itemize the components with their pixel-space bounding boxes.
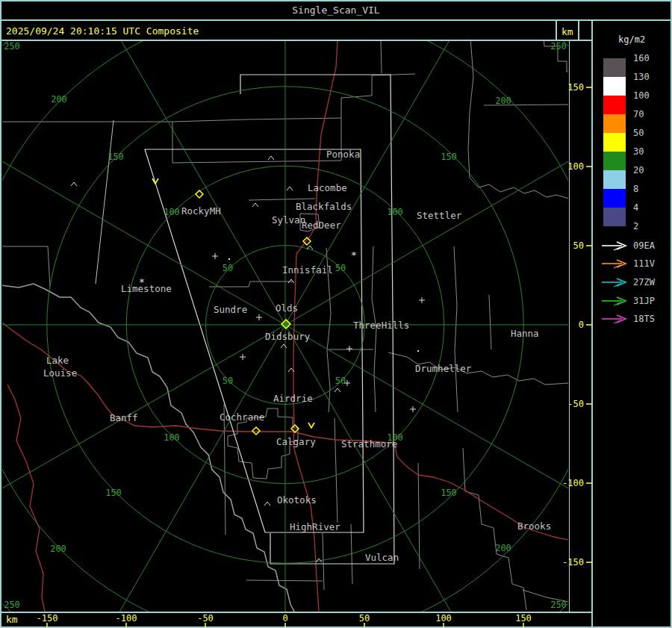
city-label-highriver: HighRiver — [290, 521, 340, 532]
star-marker-icon: * — [351, 249, 357, 261]
radar-arrow-18TS: 18TS — [602, 314, 655, 324]
city-label-airdrie: Airdrie — [273, 393, 313, 404]
bottom-axis-tick-label: 150 — [515, 613, 532, 624]
city-label-rockymh: RockyMH — [181, 205, 221, 217]
ring-distance-label: 250 — [4, 41, 20, 52]
vil-scale-value: 4 — [633, 202, 638, 213]
vil-scale-swatch — [603, 96, 626, 114]
ring-distance-label: 200 — [495, 543, 511, 553]
city-label-lacombe: Lacombe — [308, 182, 347, 193]
vil-scale-value: 100 — [633, 90, 650, 101]
ring-distance-label: 250 — [550, 600, 567, 610]
bottom-axis-tick-label: 100 — [435, 613, 452, 624]
city-label-hanna: Hanna — [511, 328, 539, 339]
ring-distance-label: 150 — [108, 152, 124, 162]
ring-distance-label: 200 — [50, 544, 66, 554]
city-label-banff: Banff — [110, 412, 138, 423]
city-label-cochrane: Cochrane — [220, 411, 264, 423]
vil-scale-value: 160 — [633, 53, 650, 63]
right-axis-tick-label: -100 — [562, 478, 584, 488]
radar-site-legend: 09EA111V27ZW31JP18TS — [602, 240, 656, 324]
right-axis-tick-label: 100 — [567, 161, 584, 172]
vil-scale-swatch — [603, 133, 626, 152]
city-label-blackfalds: Blackfalds — [296, 201, 352, 212]
radar-id-label: 111V — [633, 258, 655, 269]
vil-scale-value: 30 — [633, 146, 644, 157]
radar-arrow-27ZW: 27ZW — [602, 277, 656, 287]
city-label-strathmore: Strathmore — [341, 438, 397, 450]
right-axis-tick-label: -150 — [562, 557, 584, 568]
vil-scale-swatch — [603, 114, 626, 133]
bottom-axis-tick-label: -150 — [37, 613, 58, 624]
radar-id-label: 09EA — [633, 240, 656, 251]
dot-marker-icon — [228, 258, 230, 260]
right-axis-tick-label: 50 — [573, 240, 584, 251]
vil-scale-value: 8 — [633, 184, 638, 194]
radar-arrow-09EA: 09EA — [602, 240, 656, 251]
axis-unit-top-label: km — [561, 26, 573, 37]
bottom-axis-unit: km — [6, 614, 18, 625]
vil-scale-swatch — [603, 189, 626, 208]
city-label-ponoka: Ponoka — [326, 149, 360, 160]
dot-marker-icon — [417, 350, 419, 352]
vil-scale-value: 70 — [633, 109, 644, 119]
city-label-sylvan: Sylvan — [272, 214, 305, 226]
city-label-calgary: Calgary — [276, 436, 316, 447]
bottom-axis-tick-label: -50 — [197, 613, 214, 624]
star-marker-icon: * — [139, 276, 145, 287]
city-label-brooks: Brooks — [517, 520, 551, 532]
vil-scale-values: 16013010070503020842 — [633, 53, 650, 231]
ring-distance-label: 100 — [387, 207, 403, 217]
bottom-axis-tick-label: 50 — [359, 613, 370, 624]
right-axis-tick-label: 150 — [567, 82, 584, 93]
city-label-didsbury: Didsbury — [265, 331, 311, 342]
ring-distance-label: 50 — [223, 376, 233, 386]
city-label-threehills: ThreeHills — [353, 320, 409, 331]
ring-distance-label: 150 — [441, 488, 457, 498]
bottom-axis: -150-100-50050100150 — [37, 613, 532, 627]
city-label-louise: Louise — [43, 367, 77, 379]
city-label-lake: Lake — [46, 355, 69, 366]
right-axis-tick-label: 0 — [579, 320, 584, 330]
vil-scale-swatch — [603, 58, 626, 77]
radar-arrow-111V: 111V — [602, 258, 655, 269]
city-label-vulcan: Vulcan — [365, 552, 399, 563]
vil-scale-value: 130 — [633, 72, 650, 82]
bottom-axis-tick-label: 0 — [282, 613, 287, 624]
city-label-innisfail: Innisfail — [282, 264, 333, 276]
ring-distance-label: 50 — [223, 263, 233, 273]
radar-id-label: 31JP — [633, 296, 655, 306]
radar-app-window: Single_Scan_VIL 2025/09/24 20:10:15 UTC … — [0, 0, 672, 628]
vil-color-scale — [603, 58, 626, 226]
radar-arrow-31JP: 31JP — [602, 296, 655, 306]
ring-distance-label: 50 — [335, 263, 346, 273]
ring-distance-label: 200 — [51, 94, 67, 105]
city-label-stettler: Stettler — [417, 210, 462, 221]
vil-scale-swatch — [603, 152, 626, 170]
timestamp-label: 2025/09/24 20:10:15 UTC Composite — [6, 25, 199, 37]
radar-id-label: 27ZW — [633, 277, 656, 287]
ring-distance-label: 250 — [4, 600, 20, 610]
city-label-sundre: Sundre — [214, 304, 247, 315]
ring-distance-label: 50 — [335, 376, 346, 386]
city-label-limestone: Limestone — [121, 283, 172, 294]
city-label-drumheller: Drumheller — [415, 363, 472, 374]
ring-distance-label: 200 — [495, 96, 511, 106]
city-label-olds: Olds — [276, 302, 298, 314]
city-label-okotoks: Okotoks — [277, 494, 317, 506]
vil-scale-value: 2 — [633, 221, 638, 231]
ring-distance-label: 150 — [105, 488, 122, 498]
ring-distance-label: 150 — [441, 152, 457, 162]
vil-scale-value: 50 — [633, 128, 644, 138]
bottom-axis-tick-label: -100 — [116, 613, 137, 624]
legend-unit-label: kg/m2 — [618, 34, 645, 45]
ring-distance-label: 100 — [164, 432, 180, 443]
ring-distance-label: 100 — [164, 207, 180, 217]
vil-scale-swatch — [603, 170, 626, 189]
city-label-reddeer: RedDeer — [302, 220, 341, 231]
radar-id-label: 18TS — [633, 314, 655, 324]
window-title: Single_Scan_VIL — [292, 4, 380, 16]
vil-scale-swatch — [603, 208, 626, 226]
radar-scene: Single_Scan_VIL 2025/09/24 20:10:15 UTC … — [0, 0, 672, 628]
ring-distance-label: 250 — [550, 41, 567, 52]
